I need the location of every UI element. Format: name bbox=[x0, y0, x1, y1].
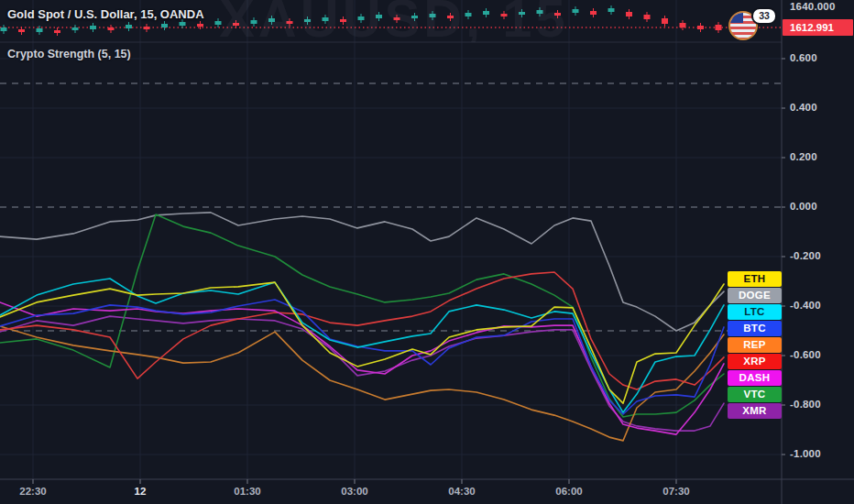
last-price-tag: 1612.991 bbox=[783, 19, 853, 36]
legend-flag-DASH: DASH bbox=[728, 370, 782, 386]
x-axis-label: 12 bbox=[135, 486, 147, 497]
x-axis-label: 06:00 bbox=[555, 486, 582, 497]
x-axis-label: 03:00 bbox=[341, 486, 367, 497]
series-line-VTC[interactable] bbox=[0, 214, 724, 417]
x-axis-label: 07:30 bbox=[662, 486, 689, 497]
y-axis-label: 0.400 bbox=[790, 102, 817, 113]
y-axis-label: 0.000 bbox=[790, 201, 817, 212]
legend-flag-REP: REP bbox=[728, 337, 782, 353]
grid-vertical-lines bbox=[33, 0, 676, 479]
y-axis-label: -0.600 bbox=[790, 349, 821, 360]
chart-window: XAUUSD, 15 Gold Spot / U.S. Dollar, 15, … bbox=[0, 0, 854, 504]
legend-flag-XRP: XRP bbox=[728, 354, 782, 369]
legend-flag-XMR: XMR bbox=[728, 403, 782, 419]
x-axis-label: 01:30 bbox=[234, 486, 260, 497]
legend-flag-ETH: ETH bbox=[728, 271, 782, 287]
symbol-watermark: XAUUSD, 15 bbox=[101, 0, 687, 42]
flag-canton bbox=[730, 13, 743, 23]
price-axis-label: 1640.000 bbox=[790, 1, 836, 12]
symbol-title[interactable]: Gold Spot / U.S. Dollar, 15, OANDA bbox=[7, 7, 204, 21]
y-axis-label: -1.000 bbox=[790, 448, 821, 459]
y-axis-label: -0.400 bbox=[790, 300, 821, 311]
y-axis-label: -0.800 bbox=[790, 399, 821, 410]
series-line-REP[interactable] bbox=[0, 326, 724, 441]
axis-ticks bbox=[33, 59, 785, 484]
legend-flag-LTC: LTC bbox=[728, 304, 782, 320]
y-axis-label: 0.600 bbox=[790, 52, 817, 63]
y-axis-label: -0.200 bbox=[790, 250, 821, 261]
legend-flag-BTC: BTC bbox=[728, 321, 782, 336]
indicator-title[interactable]: Crypto Strength (5, 15) bbox=[7, 48, 131, 60]
notification-count-badge[interactable]: 33 bbox=[751, 7, 777, 25]
price-axis[interactable]: 0.6000.4000.2000.000-0.200-0.400-0.600-0… bbox=[782, 0, 854, 479]
series-line-ETH[interactable] bbox=[0, 282, 724, 403]
legend-flag-DOGE: DOGE bbox=[728, 288, 782, 303]
level-dashed-lines bbox=[0, 83, 782, 331]
series-line-DOGE[interactable] bbox=[0, 213, 724, 331]
chart-canvas[interactable] bbox=[0, 0, 854, 504]
series-line-DASH[interactable] bbox=[0, 302, 724, 434]
y-axis-label: 0.200 bbox=[790, 151, 817, 162]
time-axis[interactable]: 22:301201:3003:0004:3006:0007:30 bbox=[0, 479, 854, 504]
x-axis-label: 22:30 bbox=[19, 486, 46, 497]
legend-flag-VTC: VTC bbox=[728, 387, 782, 402]
x-axis-label: 04:30 bbox=[448, 486, 475, 497]
series-line-LTC[interactable] bbox=[0, 279, 724, 412]
